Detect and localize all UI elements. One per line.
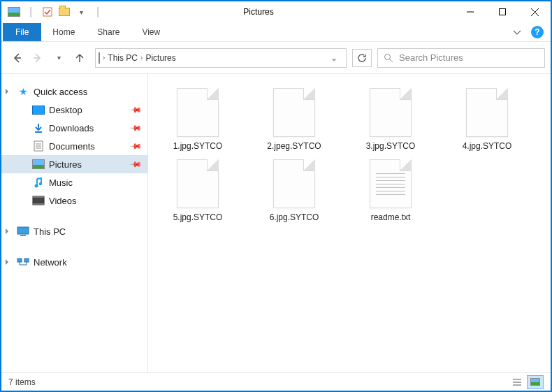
- file-name: readme.txt: [371, 212, 411, 222]
- svg-point-14: [35, 184, 38, 188]
- sidebar-quick-access[interactable]: ★ Quick access: [1, 82, 147, 101]
- location-pictures-icon: [99, 53, 100, 63]
- svg-rect-17: [33, 196, 44, 198]
- unknown-file-icon: [370, 88, 412, 137]
- body: ★ Quick access Desktop📌Downloads📌Documen…: [1, 74, 551, 372]
- maximize-button[interactable]: [486, 1, 518, 22]
- file-name: 2.jpeg.SYTCO: [267, 141, 321, 151]
- search-placeholder: Search Pictures: [399, 52, 463, 63]
- sidebar-this-pc[interactable]: This PC: [1, 222, 147, 240]
- pin-icon: 📌: [129, 157, 142, 170]
- ribbon: File Home Share View ?: [1, 22, 551, 42]
- search-icon: [384, 53, 393, 63]
- qat-separator: |: [24, 5, 38, 19]
- window-controls: [454, 1, 551, 22]
- file-item[interactable]: 3.jpg.SYTCO: [352, 88, 429, 151]
- explorer-window: | ▾ | Pictures File Home Share View ? ▾ …: [0, 0, 552, 392]
- pictures-icon: [32, 159, 45, 170]
- sidebar-item-videos[interactable]: Videos: [1, 191, 147, 210]
- videos-icon: [32, 195, 45, 206]
- forward-button[interactable]: [28, 48, 48, 68]
- navigation-pane[interactable]: ★ Quick access Desktop📌Downloads📌Documen…: [1, 74, 148, 372]
- close-button[interactable]: [518, 1, 551, 22]
- documents-icon: [32, 140, 45, 152]
- navigation-toolbar: ▾ › This PC › Pictures ⌄ Search Pictures: [1, 42, 551, 74]
- network-icon: [17, 256, 29, 268]
- file-name: 6.jpg.SYTCO: [270, 212, 319, 222]
- window-title: Pictures: [63, 7, 454, 17]
- desktop-icon: [32, 104, 45, 115]
- breadcrumb-current[interactable]: Pictures: [145, 53, 175, 63]
- file-list[interactable]: 1.jpg.SYTCO2.jpeg.SYTCO3.jpg.SYTCO4.jpg.…: [148, 74, 551, 372]
- address-bar[interactable]: › This PC › Pictures ⌄: [95, 48, 347, 68]
- tab-share[interactable]: Share: [86, 23, 131, 41]
- refresh-button[interactable]: [352, 49, 372, 67]
- pin-icon: 📌: [129, 103, 142, 116]
- sidebar-item-music[interactable]: Music: [1, 173, 147, 191]
- file-name: 3.jpg.SYTCO: [366, 141, 416, 151]
- back-button[interactable]: [7, 48, 27, 68]
- svg-rect-2: [500, 9, 506, 15]
- svg-line-8: [390, 59, 393, 62]
- search-input[interactable]: Search Pictures: [377, 48, 545, 68]
- tab-home[interactable]: Home: [41, 23, 86, 41]
- tab-view[interactable]: View: [131, 23, 171, 41]
- file-name: 5.jpg.SYTCO: [173, 212, 223, 222]
- computer-icon: [17, 226, 29, 237]
- status-bar: 7 items: [1, 372, 551, 391]
- unknown-file-icon: [273, 159, 315, 208]
- file-tab[interactable]: File: [3, 23, 41, 41]
- properties-icon[interactable]: [41, 5, 55, 19]
- view-large-icons-button[interactable]: [527, 375, 544, 389]
- minimize-button[interactable]: [454, 1, 486, 22]
- app-icon: [7, 5, 21, 19]
- expand-ribbon-icon[interactable]: [510, 26, 524, 38]
- svg-rect-0: [43, 8, 52, 16]
- svg-rect-20: [20, 235, 26, 236]
- chevron-right-icon[interactable]: ›: [103, 54, 105, 61]
- music-icon: [32, 177, 45, 188]
- chevron-right-icon[interactable]: ›: [140, 54, 143, 61]
- sidebar-item-pictures[interactable]: Pictures📌: [1, 155, 147, 173]
- sidebar-item-downloads[interactable]: Downloads📌: [1, 119, 147, 137]
- star-icon: ★: [17, 86, 29, 97]
- view-details-button[interactable]: [509, 375, 525, 389]
- file-item[interactable]: 1.jpg.SYTCO: [159, 88, 236, 151]
- file-item[interactable]: 6.jpg.SYTCO: [256, 159, 333, 222]
- file-item[interactable]: 5.jpg.SYTCO: [159, 159, 236, 222]
- file-item[interactable]: 4.jpg.SYTCO: [449, 88, 525, 151]
- svg-rect-21: [17, 259, 22, 262]
- file-item[interactable]: readme.txt: [352, 159, 429, 222]
- sidebar-item-desktop[interactable]: Desktop📌: [1, 101, 147, 119]
- svg-point-15: [39, 182, 42, 185]
- text-file-icon: [370, 159, 412, 208]
- sidebar-item-label: Music: [49, 177, 140, 188]
- file-name: 4.jpg.SYTCO: [463, 141, 512, 151]
- help-icon[interactable]: ?: [531, 26, 544, 38]
- unknown-file-icon: [177, 159, 219, 208]
- file-item[interactable]: 2.jpeg.SYTCO: [256, 88, 333, 151]
- breadcrumb-this-pc[interactable]: This PC: [108, 53, 138, 63]
- svg-rect-19: [17, 227, 29, 234]
- sidebar-item-label: Downloads: [49, 123, 126, 133]
- sidebar-item-documents[interactable]: Documents📌: [1, 137, 147, 155]
- unknown-file-icon: [273, 88, 315, 137]
- svg-point-7: [385, 54, 391, 59]
- file-name: 1.jpg.SYTCO: [173, 141, 223, 151]
- sidebar-item-label: Videos: [49, 196, 140, 206]
- svg-rect-22: [24, 259, 29, 262]
- sidebar-item-label: Pictures: [49, 159, 126, 170]
- svg-rect-18: [33, 203, 44, 205]
- sidebar-item-label: Desktop: [49, 105, 126, 115]
- titlebar: | ▾ | Pictures: [1, 1, 551, 22]
- sidebar-item-label: Network: [34, 257, 140, 268]
- sidebar-item-label: Quick access: [34, 87, 140, 97]
- pin-icon: 📌: [129, 139, 142, 152]
- address-dropdown-icon[interactable]: ⌄: [325, 53, 343, 63]
- unknown-file-icon: [466, 88, 508, 137]
- sidebar-network[interactable]: Network: [1, 253, 147, 271]
- item-count: 7 items: [8, 377, 36, 387]
- recent-locations-dropdown[interactable]: ▾: [49, 48, 68, 68]
- up-button[interactable]: [70, 48, 89, 68]
- sidebar-item-label: This PC: [34, 226, 140, 237]
